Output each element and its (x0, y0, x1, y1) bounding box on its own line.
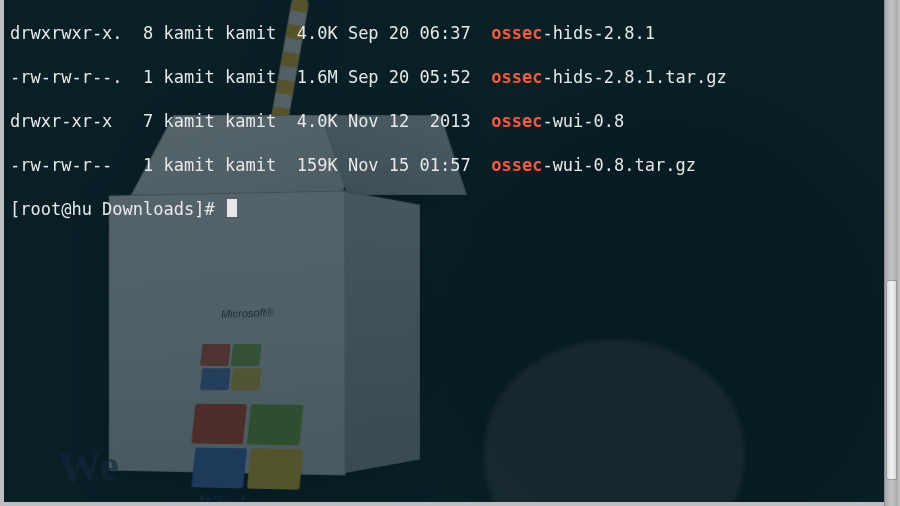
cursor-block (227, 199, 237, 217)
terminal-viewport[interactable]: Microsoft® Windowsxp We [root@hu Downloa… (4, 0, 884, 502)
grep-match: ossec (491, 111, 542, 131)
ls-row: -rw-rw-r--. 1 kamit kamit 1.6M Sep 20 05… (10, 66, 878, 88)
grep-match: ossec (491, 23, 542, 43)
ls-row: -rw-rw-r-- 1 kamit kamit 159K Nov 15 01:… (10, 154, 878, 176)
windows-flag-yellow (247, 448, 304, 489)
windows-logo: Windowsxp (193, 404, 344, 502)
windows-flag-red (191, 404, 247, 445)
windows-logo-small (201, 344, 283, 405)
windows-wordmark: Windowsxp (197, 491, 296, 502)
prompt-line[interactable]: [root@hu Downloads]# (10, 198, 878, 220)
window-frame: Microsoft® Windowsxp We [root@hu Downloa… (0, 0, 900, 506)
shell-prompt: [root@hu Downloads]# (10, 199, 225, 219)
vertical-scrollbar-thumb[interactable] (886, 280, 897, 480)
terminal-output: [root@hu Downloads]# ls -lh | grep -i os… (10, 0, 878, 264)
wallpaper-we-text: We (57, 454, 119, 479)
windows-flag-blue (191, 447, 247, 488)
microsoft-label: Microsoft® (221, 301, 275, 325)
grep-match: ossec (491, 67, 542, 87)
windows-flag-green (247, 404, 304, 445)
vertical-scrollbar[interactable] (884, 0, 898, 506)
ls-row: drwxr-xr-x 7 kamit kamit 4.0K Nov 12 201… (10, 110, 878, 132)
ls-row: drwxrwxr-x. 8 kamit kamit 4.0K Sep 20 06… (10, 22, 878, 44)
grep-match: ossec (491, 155, 542, 175)
